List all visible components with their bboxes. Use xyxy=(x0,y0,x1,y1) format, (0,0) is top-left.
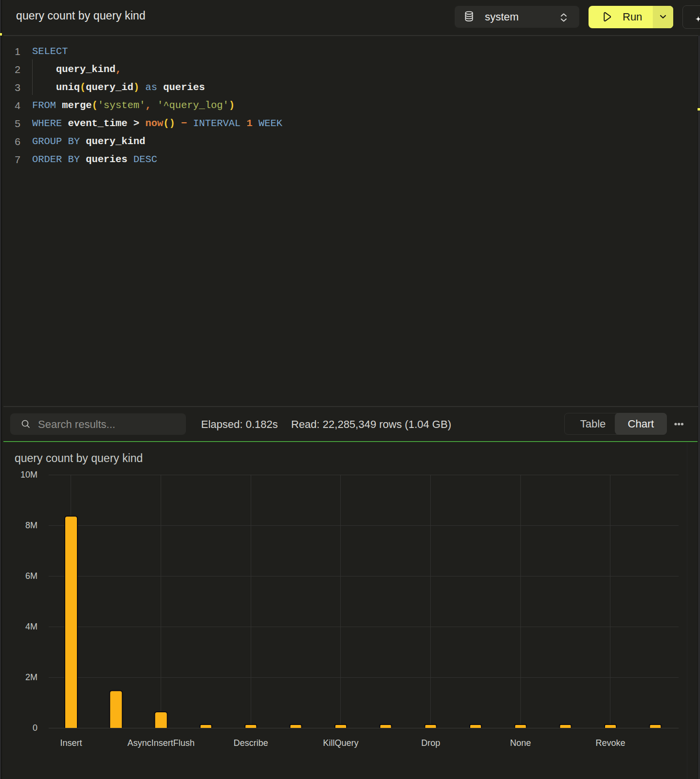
svg-text:0: 0 xyxy=(33,723,37,733)
svg-text:6M: 6M xyxy=(25,571,37,581)
svg-text:4M: 4M xyxy=(25,622,37,631)
svg-text:Describe: Describe xyxy=(234,738,268,748)
svg-text:Revoke: Revoke xyxy=(595,738,625,748)
svg-text:KillQuery: KillQuery xyxy=(323,738,358,748)
svg-text:8M: 8M xyxy=(25,520,37,530)
svg-text:Drop: Drop xyxy=(421,738,440,748)
svg-text:Insert: Insert xyxy=(60,738,82,748)
svg-text:None: None xyxy=(510,738,531,748)
svg-text:2M: 2M xyxy=(25,672,37,682)
svg-text:query count by query kind: query count by query kind xyxy=(15,452,143,464)
svg-text:AsyncInsertFlush: AsyncInsertFlush xyxy=(128,738,195,748)
svg-text:10M: 10M xyxy=(20,470,37,480)
